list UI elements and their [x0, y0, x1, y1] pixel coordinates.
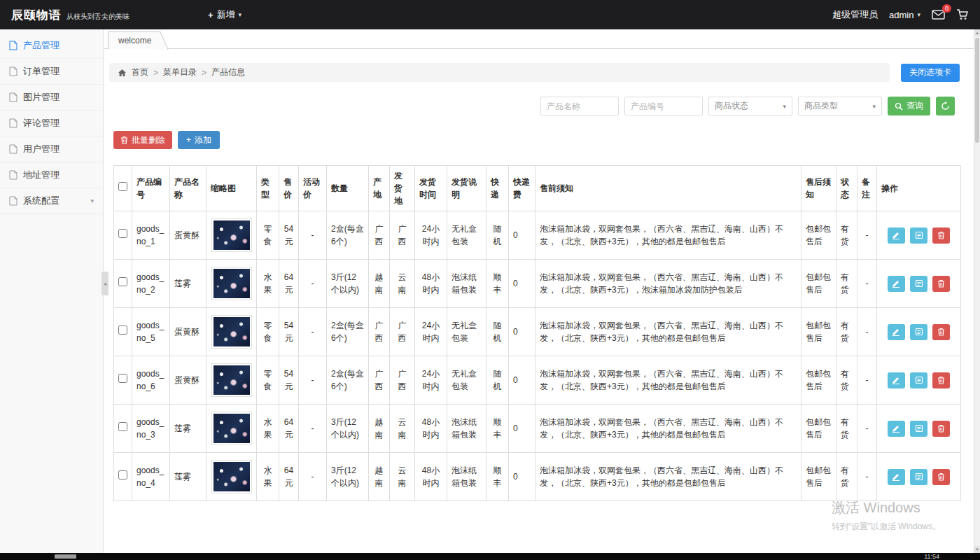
product-image: [214, 414, 250, 443]
product-type-select-value: 商品类型: [804, 100, 838, 112]
sidebar-item-address[interactable]: 地址管理: [0, 162, 103, 188]
product-thumbnail[interactable]: [211, 412, 252, 445]
sidebar-item-users[interactable]: 用户管理: [0, 136, 103, 162]
sidebar: 产品管理 订单管理 图片管理 评论管理 用户管理 地址管理: [0, 29, 104, 553]
product-thumbnail[interactable]: [211, 315, 252, 349]
row-checkbox[interactable]: [118, 326, 127, 335]
batch-delete-button[interactable]: 批量删除: [113, 131, 172, 149]
cell-price: 54元: [279, 308, 299, 356]
tab-welcome[interactable]: welcome: [108, 31, 158, 49]
delete-button[interactable]: [932, 324, 950, 340]
close-tab-button[interactable]: 关闭选项卡: [901, 64, 960, 82]
user-menu[interactable]: admin ▾: [889, 10, 920, 20]
sidebar-item-orders[interactable]: 订单管理: [0, 59, 103, 85]
cell-express_fee: 0: [509, 405, 536, 453]
edit-button[interactable]: [888, 276, 905, 292]
messages-button[interactable]: 0: [932, 10, 945, 20]
edit-icon: [892, 328, 900, 336]
taskbar: 11:54: [0, 553, 980, 560]
edit-button[interactable]: [888, 227, 905, 244]
cell-aftersale_note: 包邮包售后: [802, 211, 836, 260]
detail-icon: [915, 376, 923, 384]
edit-button[interactable]: [888, 421, 905, 437]
scrollbar-thumb[interactable]: [975, 38, 979, 143]
select-all-checkbox[interactable]: [118, 182, 127, 191]
breadcrumb-menu[interactable]: 菜单目录: [163, 66, 197, 78]
edit-button[interactable]: [888, 372, 905, 388]
file-icon: [9, 118, 18, 128]
plus-icon: +: [186, 135, 191, 145]
cell-activity_price: -: [299, 453, 327, 501]
column-header: 状态: [836, 166, 858, 211]
table-row: goods_no_2 莲雾 水果 64元 - 3斤(12个以内) 越南 云南 4…: [114, 260, 961, 308]
delete-button[interactable]: [932, 276, 950, 292]
cell-price: 64元: [279, 453, 299, 501]
scroll-up-icon[interactable]: ▲: [974, 29, 980, 36]
column-header: 发货时间: [415, 166, 447, 211]
scroll-down-icon[interactable]: ▼: [974, 546, 980, 553]
product-thumbnail[interactable]: [211, 218, 252, 252]
nav-add-menu[interactable]: + 新增 ▾: [208, 8, 241, 21]
taskbar-clock: 11:54: [924, 553, 939, 560]
edit-button[interactable]: [888, 324, 905, 340]
product-code-input[interactable]: [624, 97, 703, 115]
sidebar-item-system[interactable]: 系统配置 ▾: [0, 188, 103, 214]
delete-button[interactable]: [932, 421, 950, 437]
detail-button[interactable]: [910, 227, 927, 244]
column-header: 缩略图: [206, 166, 257, 211]
row-checkbox[interactable]: [118, 229, 127, 238]
detail-button[interactable]: [910, 421, 927, 437]
delete-button[interactable]: [932, 227, 950, 244]
product-name-input[interactable]: [540, 97, 619, 115]
row-checkbox[interactable]: [118, 277, 127, 286]
table-header-row: 产品编号产品名称缩略图类型售价活动价数量产地发货地发货时间发货说明快递快递费售前…: [114, 166, 961, 211]
detail-button[interactable]: [910, 469, 927, 485]
row-checkbox[interactable]: [118, 374, 127, 383]
product-thumbnail[interactable]: [211, 460, 252, 493]
product-type-select[interactable]: 商品类型 ▾: [798, 97, 882, 115]
cell-ship_note: 泡沫纸箱包装: [447, 453, 486, 501]
column-header: 售前须知: [536, 166, 802, 211]
column-header: 售价: [279, 166, 299, 211]
chevron-down-icon: ▾: [917, 11, 920, 18]
row-checkbox[interactable]: [118, 422, 127, 431]
product-thumbnail[interactable]: [211, 363, 252, 397]
cart-button[interactable]: [956, 9, 969, 20]
tab-bar: welcome: [104, 29, 974, 49]
detail-button[interactable]: [910, 324, 927, 340]
add-button[interactable]: + 添加: [178, 131, 220, 149]
delete-button[interactable]: [932, 469, 950, 485]
product-status-select[interactable]: 商品状态 ▾: [708, 97, 792, 115]
sidebar-collapse-handle[interactable]: ◂: [102, 272, 108, 295]
sidebar-item-label: 订单管理: [23, 65, 59, 78]
vertical-scrollbar[interactable]: ▲ ▼: [974, 29, 980, 553]
cell-ship_time: 48小时内: [415, 405, 447, 453]
product-status-select-value: 商品状态: [715, 100, 748, 112]
cell-origin: 越南: [369, 405, 390, 453]
file-icon: [9, 92, 18, 102]
detail-button[interactable]: [910, 372, 927, 388]
breadcrumb-separator: >: [202, 68, 206, 78]
chevron-down-icon: ▾: [783, 103, 786, 110]
detail-button[interactable]: [910, 276, 927, 292]
product-thumbnail[interactable]: [211, 267, 252, 300]
delete-button[interactable]: [932, 372, 950, 388]
cell-ship_note: 无礼盒包装: [447, 211, 486, 260]
breadcrumb-home[interactable]: 首页: [132, 66, 148, 78]
row-checkbox[interactable]: [118, 470, 127, 479]
search-button[interactable]: 查询: [888, 97, 930, 115]
edit-button[interactable]: [888, 469, 905, 485]
sidebar-item-images[interactable]: 图片管理: [0, 85, 103, 111]
cell-express: 顺丰: [486, 260, 509, 308]
cell-ship_note: 无礼盒包装: [447, 356, 486, 405]
sidebar-item-products[interactable]: 产品管理: [0, 33, 103, 59]
trash-icon: [120, 136, 128, 144]
cell-code: goods_no_1: [132, 211, 170, 260]
refresh-button[interactable]: [936, 97, 955, 115]
cell-aftersale_note: 包邮包售后: [802, 308, 836, 356]
detail-icon: [915, 472, 923, 481]
sidebar-item-comments[interactable]: 评论管理: [0, 111, 103, 136]
taskbar-app-button[interactable]: [55, 554, 76, 559]
table-body: goods_no_1 蛋黄酥 零食 54元 - 2盒(每盒6个) 广西 广西 2…: [114, 211, 961, 501]
cell-quantity: 2盒(每盒6个): [327, 211, 369, 260]
